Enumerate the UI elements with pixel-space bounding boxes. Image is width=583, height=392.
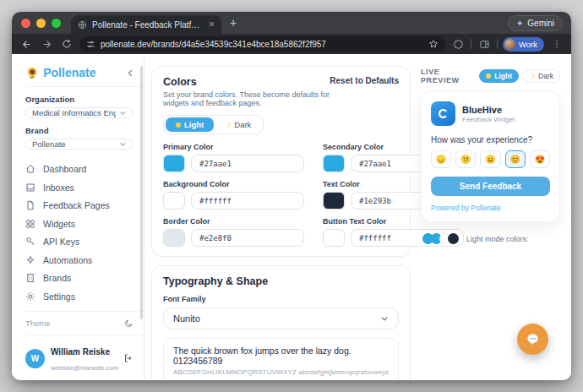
color-swatch[interactable] [163, 229, 185, 247]
close-tab-icon[interactable]: × [209, 19, 215, 30]
bookmark-star-icon[interactable] [428, 39, 439, 49]
new-tab-button[interactable]: + [221, 12, 245, 34]
color-swatch[interactable] [163, 155, 185, 172]
brand-label: Brand [25, 126, 144, 135]
profile-button[interactable]: Work [503, 37, 544, 52]
profile-avatar [504, 39, 515, 50]
logout-icon[interactable] [123, 353, 133, 363]
back-icon[interactable] [19, 36, 34, 52]
organization-value: Medical Informatics Engin... [32, 108, 116, 117]
preview-dark-label: Dark [538, 72, 553, 80]
dark-mode-label: Dark [234, 120, 251, 129]
emoji-rating-2[interactable]: 😕 [455, 150, 476, 168]
organization-select[interactable]: Medical Informatics Engin... [25, 107, 133, 118]
font-family-label: Font Family [163, 295, 399, 303]
font-preview-box: The quick brown fox jumps over the lazy … [163, 338, 399, 380]
building-icon [25, 273, 35, 283]
typography-title: Typography & Shape [163, 275, 399, 287]
send-feedback-button[interactable]: Send Feedback [431, 177, 550, 196]
sun-icon [486, 74, 491, 79]
hex-input[interactable] [191, 229, 304, 247]
field-label: Background Color [163, 180, 304, 188]
sidebar-item-dashboard[interactable]: Dashboard [25, 161, 144, 177]
gemini-spark-icon: ✦ [516, 19, 523, 28]
browser-menu-icon[interactable] [549, 36, 564, 52]
emoji-rating-3[interactable]: 😐 [480, 150, 500, 168]
field-label: Border Color [163, 217, 304, 226]
emoji-rating-5[interactable]: 😍 [530, 150, 550, 168]
font-family-value: Nunito [173, 313, 380, 324]
browser-tab[interactable]: Pollenate - Feedback Platform × [71, 15, 221, 34]
colors-header: Colors Set your brand colors. These beco… [163, 76, 330, 107]
browser-toolbar: pollenate.dev/brands/d4a5e34539c341e4bce… [12, 34, 571, 54]
app-content: 🌻 Pollenate Organization Medical Informa… [12, 54, 571, 380]
color-mode-toggle: Light ☽ Dark [163, 115, 264, 134]
powered-by-link[interactable]: Powered by Pollenate [431, 204, 550, 212]
sparkles-icon [25, 255, 35, 265]
live-preview-title: LIVE PREVIEW [421, 68, 479, 84]
sidebar-scrollbar[interactable] [140, 66, 143, 319]
reset-to-defaults-button[interactable]: Reset to Defaults [330, 76, 399, 85]
emoji-rating-1[interactable]: 😞 [431, 150, 451, 168]
color-swatch[interactable] [163, 192, 185, 210]
dark-mode-button[interactable]: ☽ Dark [214, 117, 261, 132]
gear-icon [25, 291, 35, 302]
widget-app-subtitle: Feedback Widget [462, 116, 515, 123]
theme-toggle-row[interactable]: Theme [25, 311, 144, 335]
sidebar-bottom: Theme W William Reiske wreiske@mieweb.co… [25, 304, 144, 375]
hex-input[interactable] [191, 155, 304, 172]
address-bar[interactable]: pollenate.dev/brands/d4a5e34539c341e4bce… [79, 36, 445, 52]
sidebar-item-label: Brands [43, 273, 71, 283]
sidebar-item-brands[interactable]: Brands [25, 270, 144, 286]
sidebar-item-feedback-pages[interactable]: Feedback Pages [25, 198, 144, 214]
sidebar-item-api-keys[interactable]: API Keys [25, 234, 144, 250]
preview-light-button[interactable]: Light [479, 69, 519, 83]
bluehive-logo [431, 101, 455, 126]
preview-light-label: Light [494, 72, 512, 80]
palette-row: Light mode colors: [421, 233, 560, 244]
brand-value: Pollenate [32, 139, 116, 149]
emoji-rating-row: 😞 😕 😐 😊 😍 [431, 150, 550, 168]
minimize-window-button[interactable] [36, 19, 46, 28]
site-settings-icon[interactable] [86, 40, 95, 49]
live-preview-panel: LIVE PREVIEW Light ☽ Dark [418, 54, 571, 380]
moon-icon: ☽ [224, 121, 231, 129]
color-swatch[interactable] [323, 155, 345, 172]
collapse-sidebar-icon[interactable] [126, 68, 135, 78]
color-swatch[interactable] [323, 192, 345, 210]
close-window-button[interactable] [21, 19, 30, 28]
hex-input[interactable] [191, 192, 304, 210]
reload-icon[interactable] [59, 36, 74, 52]
sun-icon [176, 122, 181, 128]
avatar: W [25, 349, 45, 368]
alphabet-text: ABCDEFGHIJKLMNOPQRSTUVWXYZ abcdefghijklm… [173, 368, 389, 376]
url-text: pollenate.dev/brands/d4a5e34539c341e4bce… [101, 40, 423, 49]
extensions-icon[interactable] [450, 36, 466, 52]
organization-label: Organization [25, 95, 144, 104]
forward-icon[interactable] [39, 36, 54, 52]
brand-select[interactable]: Pollenate [25, 139, 133, 150]
side-panel-icon[interactable] [477, 36, 492, 52]
user-row[interactable]: W William Reiske wreiske@mieweb.com [25, 335, 144, 375]
sidebar-item-inboxes[interactable]: Inboxes [25, 180, 144, 196]
moon-icon: ☽ [528, 72, 535, 80]
feedback-fab-button[interactable] [517, 324, 548, 355]
color-field-background: Background Color [163, 180, 304, 210]
gemini-label: Gemini [527, 19, 554, 28]
sidebar-item-widgets[interactable]: Widgets [25, 216, 144, 232]
pangram-text: The quick brown fox jumps over the lazy … [173, 346, 389, 366]
light-mode-button[interactable]: Light [166, 117, 214, 132]
font-family-select[interactable]: Nunito [163, 308, 399, 329]
preview-dark-button[interactable]: ☽ Dark [521, 69, 560, 83]
color-swatch[interactable] [323, 229, 345, 247]
user-name: William Reiske [51, 347, 110, 357]
emoji-rating-4[interactable]: 😊 [505, 150, 526, 168]
tab-favicon-icon [78, 20, 87, 30]
sidebar-item-automations[interactable]: Automations [25, 253, 144, 269]
colors-title: Colors [163, 76, 330, 88]
zoom-window-button[interactable] [52, 19, 61, 28]
gemini-button[interactable]: ✦ Gemini [508, 15, 563, 31]
pollenate-logo-icon: 🌻 [25, 67, 39, 79]
sidebar-item-settings[interactable]: Settings [25, 289, 144, 305]
color-fields-grid: Primary Color Secondary Color [163, 143, 399, 247]
